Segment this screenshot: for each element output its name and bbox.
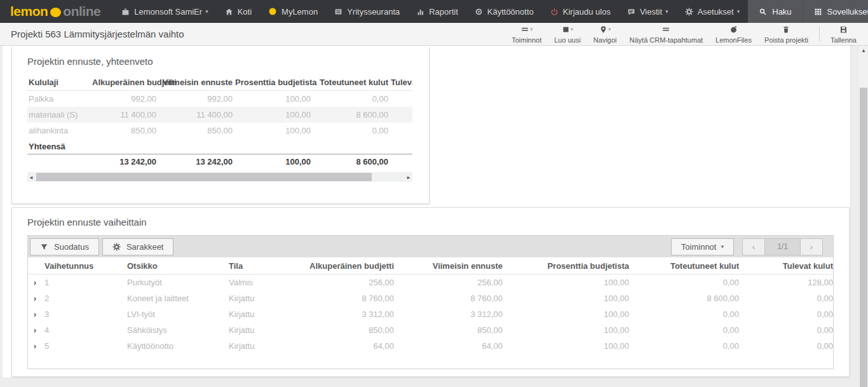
scroll-left-arrow-icon[interactable]: ◂ (27, 172, 35, 182)
horizontal-scrollbar-thumb[interactable] (36, 173, 372, 181)
cell-kululaji: materiaali (S) (27, 107, 91, 123)
cell-kululaji: Palkka (27, 91, 91, 107)
table-row[interactable]: › 3 LVI-työt Kirjattu 3 312,00 3 312,00 … (28, 306, 834, 322)
button-label: Suodatus (54, 242, 89, 252)
grid-actions-button[interactable]: Toiminnot ▾ (671, 238, 734, 255)
logout-button[interactable]: Kirjaudu ulos (542, 0, 619, 23)
chevron-down-icon: ▾ (737, 8, 740, 15)
cell-ennuste: 256,00 (397, 275, 505, 291)
table-row[interactable]: › 4 Sähköistys Kirjattu 850,00 850,00 10… (28, 322, 834, 338)
expand-row-icon[interactable]: › (28, 338, 43, 354)
scroll-up-arrow-icon[interactable]: ▲ (859, 46, 868, 55)
briefcase-icon (121, 8, 130, 16)
cell-ennuste: 8 760,00 (397, 290, 505, 306)
title-bar: Projekti 563 Lämmitysjärjestelmän vaihto… (0, 23, 868, 46)
expand-row-icon[interactable]: › (28, 290, 43, 306)
button-label: Sarakkeet (126, 242, 164, 252)
page-actions: ▾ Toiminnot ▾ Luo uusi ▾ Navigoi Näytä C… (505, 23, 868, 45)
actions-menu-button[interactable]: ▾ Toiminnot (505, 23, 548, 45)
button-label: LemonFiles (715, 36, 752, 44)
cell-budjetti: 8 760,00 (304, 290, 397, 306)
cell-prosenttia: 100,00 (505, 306, 632, 322)
search-button[interactable]: Haku (748, 0, 802, 23)
vertical-scrollbar-thumb[interactable] (860, 88, 867, 387)
table-row[interactable]: › 2 Koneet ja laitteet Kirjattu 8 760,00… (28, 290, 834, 306)
prev-page-button[interactable]: ‹ (742, 238, 765, 255)
column-header[interactable]: Vaihetunnus (43, 257, 126, 275)
nav-item-yritysseuranta[interactable]: Yritysseuranta (326, 0, 408, 23)
chevron-down-icon: ▾ (571, 26, 574, 32)
nav-item-koti[interactable]: Koti (217, 0, 260, 23)
cell-tulevat: 0,00 (742, 306, 834, 322)
table-row[interactable]: › 1 Purkutyöt Valmis 256,00 256,00 100,0… (28, 275, 834, 291)
toolbar-separator (819, 27, 820, 41)
column-header: Viimeisin ennuste (158, 74, 234, 91)
grid-toolbar-right: Toiminnot ▾ ‹ 1/1 › (671, 238, 831, 255)
navigate-button[interactable]: ▾ Navigoi (587, 23, 623, 45)
app-block: Haku Sovellukset (748, 0, 868, 23)
nav-item-mylemon[interactable]: MyLemon (260, 0, 326, 23)
save-button[interactable]: Tallenna (824, 23, 863, 45)
cell-vaihetunnus: 5 (43, 338, 126, 354)
nav-item-kayttoonotto[interactable]: Käyttöönotto (466, 0, 542, 23)
cell-otsikko: LVI-työt (126, 306, 227, 322)
totals-row: 13 242,00 13 242,00 100,00 8 600,00 (27, 154, 412, 170)
logo-text-lemon: lemon (10, 4, 48, 19)
gear-icon (685, 8, 693, 16)
grid-toolbar: Suodatus Sarakkeet Toiminnot ▾ (28, 236, 833, 257)
filter-button[interactable]: Suodatus (30, 238, 99, 255)
delete-project-button[interactable]: Poista projekti (758, 23, 815, 45)
scroll-right-arrow-icon[interactable]: ▸ (405, 172, 412, 182)
column-header[interactable]: Toteutuneet kulut (632, 257, 742, 275)
cell-ennuste: 850,00 (397, 322, 505, 338)
expand-row-icon[interactable]: › (28, 306, 43, 322)
column-header[interactable]: Prosenttia budjetista (505, 257, 632, 275)
main-menu: Lemonsoft SamiEr ▾ Koti MyLemon Yritysse… (113, 0, 542, 23)
column-header[interactable]: Otsikko (126, 257, 227, 275)
total-ennuste: 13 242,00 (158, 154, 234, 170)
horizontal-scrollbar[interactable]: ◂ ▸ (27, 172, 412, 182)
nav-item-label: Lemonsoft SamiEr (134, 7, 202, 17)
bar-chart-icon (416, 8, 424, 16)
target-icon (475, 8, 483, 16)
column-header: Toteutuneet kulut (312, 74, 390, 91)
column-header[interactable]: Tila (227, 257, 304, 275)
cell-ennuste: 992,00 (158, 91, 234, 107)
columns-button[interactable]: Sarakkeet (102, 238, 174, 255)
lemon-online-logo[interactable]: lemon online (0, 0, 108, 23)
cell-prosenttia: 100,00 (234, 91, 312, 107)
expand-row-icon[interactable]: › (28, 322, 43, 338)
expand-row-icon[interactable]: › (28, 275, 43, 291)
lemonfiles-button[interactable]: LemonFiles (709, 23, 758, 45)
nav-item-company[interactable]: Lemonsoft SamiEr ▾ (113, 0, 216, 23)
table-row[interactable]: › 5 Käyttöönotto Kirjattu 64,00 64,00 10… (28, 338, 834, 354)
messages-menu[interactable]: Viestit ▾ (619, 0, 677, 23)
column-header[interactable]: Alkuperäinen budjetti (304, 257, 397, 275)
cell-tulevat: 0,00 (742, 322, 834, 338)
nav-item-label: MyLemon (281, 7, 318, 17)
home-icon (225, 8, 233, 16)
cell-tila: Kirjattu (227, 290, 304, 306)
table-row: Palkka 992,00 992,00 100,00 0,00 (27, 91, 412, 107)
column-header[interactable]: Tulevat kulut (742, 257, 834, 275)
phases-header-row: Vaihetunnus Otsikko Tila Alkuperäinen bu… (28, 257, 834, 275)
totals-label-row: Yhteensä (27, 139, 412, 154)
cell-tulevat: 0,00 (742, 290, 834, 306)
summary-header-row: Kululaji Alkuperäinen budjetti Viimeisin… (27, 74, 412, 91)
column-header[interactable]: Viimeisin ennuste (397, 257, 505, 275)
next-page-button[interactable]: › (800, 238, 823, 255)
applications-button[interactable]: Sovellukset (803, 0, 868, 23)
nav-item-raportit[interactable]: Raportit (408, 0, 466, 23)
cell-empty (390, 154, 412, 170)
filter-icon (40, 243, 48, 251)
create-new-button[interactable]: ▾ Luo uusi (548, 23, 587, 45)
expander-column-header (28, 257, 43, 275)
vertical-scrollbar[interactable]: ▲ (859, 46, 868, 387)
cell-toteutuneet: 0,00 (632, 275, 742, 291)
list-icon (661, 25, 670, 34)
cell-ennuste: 11 400,00 (158, 107, 234, 123)
pagination: ‹ 1/1 › (742, 238, 823, 255)
show-crm-events-button[interactable]: Näytä CRM-tapahtumat (623, 23, 710, 45)
settings-menu[interactable]: Asetukset ▾ (677, 0, 749, 23)
cell-tulevat (390, 107, 412, 123)
